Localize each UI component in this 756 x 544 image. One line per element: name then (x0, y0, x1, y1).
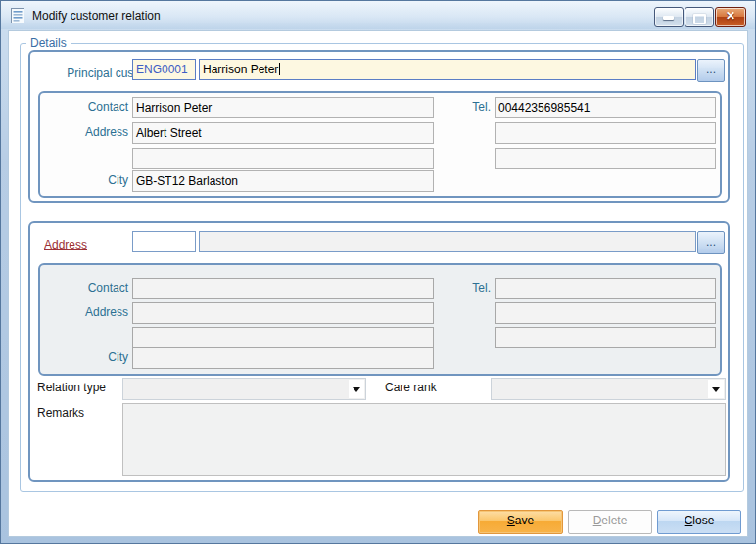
address-label: Address (45, 122, 128, 142)
relation-card: Contact Address City Tel. (38, 263, 722, 376)
city-label: City (45, 170, 128, 190)
principal-tel3-field[interactable] (495, 148, 716, 169)
principal-tel1-field[interactable]: 00442356985541 (495, 97, 716, 118)
relation-code-field[interactable] (132, 231, 196, 252)
tel-label: Tel. (449, 278, 491, 297)
minimize-icon (663, 16, 674, 20)
delete-button[interactable]: Delete (568, 510, 652, 534)
principal-address2-field[interactable] (132, 148, 434, 169)
details-legend: Details (26, 36, 71, 50)
care-rank-select[interactable] (491, 378, 726, 400)
titlebar-minimize-button[interactable] (654, 7, 684, 27)
principal-city-field[interactable]: GB-ST12 Barlaston (132, 170, 434, 192)
contact-label: Contact (45, 97, 128, 116)
dropdown-arrow-icon (712, 387, 720, 392)
principal-card: Contact Harrison Peter Address Albert St… (38, 91, 722, 198)
relation-browse-button[interactable]: ... (697, 231, 725, 254)
relation-type-select[interactable] (122, 378, 366, 400)
remarks-textarea[interactable] (122, 403, 726, 476)
principal-name-field[interactable]: Harrison Peter (199, 59, 696, 80)
relation-tel1-field[interactable] (495, 278, 716, 299)
tel-label: Tel. (449, 97, 491, 116)
titlebar: Modify customer relation (1, 1, 755, 29)
remarks-label: Remarks (37, 403, 84, 423)
relation-tel2-field[interactable] (495, 302, 716, 324)
principal-code-field[interactable]: ENG0001 (132, 59, 196, 80)
window-title: Modify customer relation (32, 9, 161, 23)
address-label: Address (45, 302, 128, 322)
relation-tel3-field[interactable] (495, 327, 716, 348)
save-button[interactable]: Save (478, 510, 563, 534)
address-link[interactable]: Address (44, 235, 87, 254)
relation-address2-field[interactable] (132, 327, 434, 348)
principal-contact-field[interactable]: Harrison Peter (132, 97, 434, 118)
contact-label: Contact (45, 278, 128, 297)
window-icon (11, 8, 24, 23)
relation-name-field[interactable] (199, 231, 696, 252)
titlebar-close-button[interactable] (715, 7, 746, 27)
maximize-icon (693, 14, 706, 24)
close-button[interactable]: Close (657, 510, 741, 534)
relation-contact-field[interactable] (132, 278, 434, 299)
relation-section: Address ... Contact Address City Tel. Re… (28, 221, 730, 482)
principal-browse-button[interactable]: ... (697, 59, 725, 82)
principal-tel2-field[interactable] (495, 122, 716, 144)
principal-section: Principal cust. ENG0001 Harrison Peter .… (28, 50, 730, 203)
text-caret (279, 63, 280, 75)
relation-address1-field[interactable] (132, 302, 434, 324)
principal-address1-field[interactable]: Albert Street (132, 122, 434, 144)
principal-label: Principal cust. (42, 64, 140, 83)
dialog-window: Modify customer relation Details Princip… (0, 0, 756, 544)
relation-city-field[interactable] (132, 347, 434, 369)
dropdown-arrow-icon (353, 387, 360, 392)
dialog-content: Details Principal cust. ENG0001 Harrison… (8, 30, 748, 537)
relation-type-label: Relation type (37, 378, 106, 397)
care-rank-label: Care rank (385, 378, 437, 397)
titlebar-maximize-button[interactable] (685, 7, 714, 27)
city-label: City (45, 347, 128, 367)
